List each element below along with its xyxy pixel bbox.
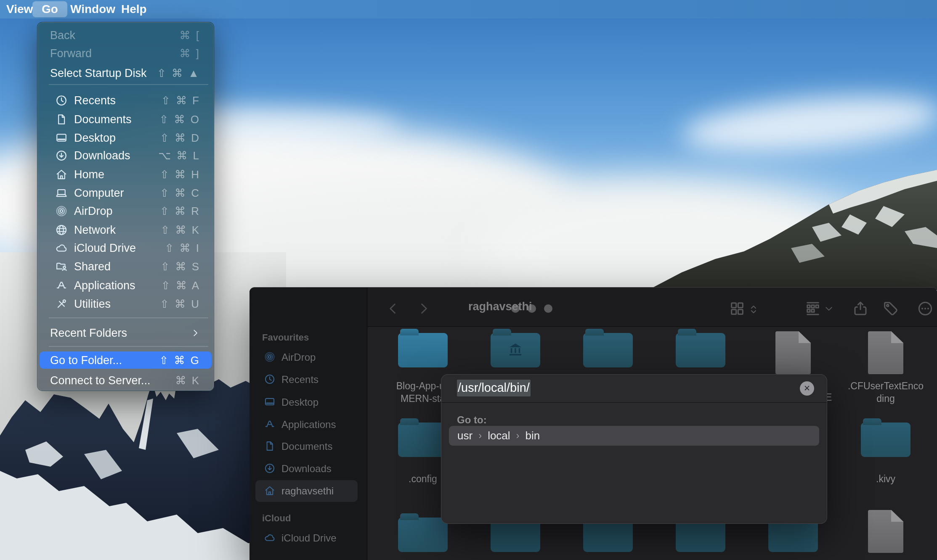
menu-item-back[interactable]: Back⌘ [ [40, 26, 212, 44]
menu-item-forward[interactable]: Forward⌘ ] [40, 45, 212, 62]
nav-forward-button[interactable] [416, 301, 432, 318]
nav-back-button[interactable] [385, 301, 401, 318]
sidebar-item-applications[interactable]: Applications [255, 414, 358, 436]
toolbar-grid-view-button[interactable] [729, 300, 746, 319]
menu-item-home[interactable]: Home⇧ ⌘ H [40, 166, 212, 183]
file-folder-item-1[interactable] [491, 333, 540, 367]
menu-bar-item-view[interactable]: View [6, 0, 33, 18]
menu-item-recents[interactable]: Recents⇧ ⌘ F [40, 92, 212, 109]
menu-item-downloads[interactable]: Downloads⌥ ⌘ L [40, 147, 212, 164]
toolbar-tag-button[interactable] [882, 300, 899, 319]
more-icon [917, 300, 934, 317]
sort-chevrons-icon [747, 303, 760, 316]
menu-item-shortcut: ⌥ ⌘ L [158, 149, 200, 162]
path-input[interactable]: /usr/local/bin/ [457, 381, 531, 395]
sidebar-item-icloud-drive[interactable]: iCloud Drive [255, 527, 358, 549]
home-icon [264, 485, 276, 498]
breadcrumb-separator-icon: › [478, 430, 482, 441]
menu-item-desktop[interactable]: Desktop⇧ ⌘ D [40, 129, 212, 146]
sidebar-section-header: Favourites [262, 332, 309, 343]
toolbar-share-button[interactable] [852, 300, 869, 319]
file-folder-config[interactable] [398, 423, 448, 457]
menu-item-label: Connect to Server... [50, 374, 151, 387]
sidebar-item-label: Documents [281, 441, 332, 452]
menu-item-shortcut: ⇧ ⌘ F [161, 94, 200, 107]
path-input-row: /usr/local/bin/ ✕ [441, 375, 827, 403]
chevron-left-icon [385, 301, 401, 317]
file-folder-blog-app-usmern-sta[interactable] [398, 333, 448, 367]
sidebar-item-airdrop[interactable]: AirDrop [255, 346, 358, 368]
menu-item-label: Utilities [74, 298, 111, 311]
breadcrumb-segment: bin [526, 429, 540, 442]
clock-icon [55, 94, 68, 108]
zoom-traffic-light[interactable] [544, 304, 552, 313]
menu-bar-item-label: Go [42, 3, 58, 16]
toolbar-group-view-button[interactable] [804, 300, 821, 319]
submenu-chevron-icon [190, 328, 200, 340]
toolbar-sort-chevrons-button[interactable] [747, 303, 760, 317]
sidebar-item-downloads[interactable]: Downloads [255, 458, 358, 480]
desktop-icon [264, 396, 276, 408]
menu-item-recent-folders[interactable]: Recent Folders [40, 324, 212, 341]
menu-item-network[interactable]: Network⇧ ⌘ K [40, 221, 212, 238]
airdrop-icon [264, 351, 276, 365]
sidebar-item-documents[interactable]: Documents [255, 436, 358, 457]
menu-item-shared[interactable]: Shared⇧ ⌘ S [40, 258, 212, 275]
file-folder-item-2[interactable] [583, 333, 633, 367]
sidebar-item-label: Desktop [281, 396, 319, 408]
file-label-line: ding [841, 392, 930, 405]
menu-item-select-startup-disk[interactable]: Select Startup Disk⇧ ⌘ ▲ [40, 64, 212, 82]
chevron-right-icon [190, 328, 200, 338]
menu-item-computer[interactable]: Computer⇧ ⌘ C [40, 184, 212, 201]
menu-item-shortcut: ⇧ ⌘ H [160, 168, 200, 181]
menu-item-airdrop[interactable]: AirDrop⇧ ⌘ R [40, 202, 212, 219]
network-icon [55, 224, 68, 238]
menu-bar-item-label: View [6, 3, 33, 16]
icloud-icon [264, 532, 276, 544]
sidebar-item-desktop[interactable]: Desktop [255, 391, 358, 413]
menu-item-shortcut: ⌘ [ [180, 29, 200, 42]
file-folder-item-3[interactable] [676, 333, 725, 367]
menu-item-utilities[interactable]: Utilities⇧ ⌘ U [40, 295, 212, 312]
airdrop-icon [264, 351, 276, 363]
menu-bar-item-go[interactable]: Go [32, 0, 67, 18]
window-title: raghavsethi [468, 300, 532, 313]
finder-sidebar: FavouritesAirDropRecentsDesktopApplicati… [250, 288, 367, 560]
menu-item-label: Shared [74, 260, 111, 273]
go-to-folder-dialog: /usr/local/bin/ ✕ Go to: usr›local›bin [441, 374, 827, 524]
menu-item-documents[interactable]: Documents⇧ ⌘ O [40, 111, 212, 128]
sidebar-item-label: Recents [281, 374, 319, 386]
menu-item-go-to-folder[interactable]: Go to Folder...⇧ ⌘ G [40, 351, 212, 369]
chevron-right-icon [416, 301, 432, 317]
home-icon [55, 168, 68, 181]
menu-item-label: AirDrop [74, 205, 113, 218]
menu-item-applications[interactable]: Applications⇧ ⌘ A [40, 277, 212, 294]
menu-item-shortcut: ⇧ ⌘ K [160, 224, 200, 237]
menu-bar-item-window[interactable]: Window [70, 0, 115, 18]
breadcrumb-separator-icon: › [516, 430, 520, 441]
airdrop-icon [55, 205, 68, 219]
menu-item-shortcut: ⌘ ] [180, 47, 200, 60]
clear-button[interactable]: ✕ [800, 381, 814, 396]
toolbar-more-button[interactable] [917, 300, 934, 319]
share-icon [852, 300, 869, 317]
path-suggestion-row[interactable]: usr›local›bin [449, 426, 819, 446]
sidebar-item-recents[interactable]: Recents [255, 369, 358, 391]
sidebar-item-label: Applications [281, 419, 336, 431]
file-label: .CFUserTextEncoding [841, 380, 930, 405]
desktop: FavouritesAirDropRecentsDesktopApplicati… [0, 0, 937, 560]
menu-item-icloud-drive[interactable]: iCloud Drive⇧ ⌘ I [40, 239, 212, 256]
menu-item-shortcut: ⇧ ⌘ G [159, 354, 200, 367]
toolbar-chevron-down-button[interactable] [823, 303, 834, 316]
breadcrumb-segment: local [488, 429, 510, 442]
selected-path-text: /usr/local/bin/ [457, 380, 531, 396]
menu-bar-item-label: Help [121, 3, 147, 16]
sidebar-item-raghavsethi[interactable]: raghavsethi [255, 480, 358, 502]
file-folder-kivy[interactable] [861, 423, 910, 457]
menu-item-label: iCloud Drive [74, 242, 136, 255]
file-folder-item-8[interactable] [398, 518, 448, 552]
menu-bar-item-help[interactable]: Help [121, 0, 147, 18]
menu-item-connect-to-server[interactable]: Connect to Server...⌘ K [40, 372, 212, 389]
menu-item-shortcut: ⇧ ⌘ A [161, 279, 200, 292]
clock-icon [264, 373, 276, 387]
